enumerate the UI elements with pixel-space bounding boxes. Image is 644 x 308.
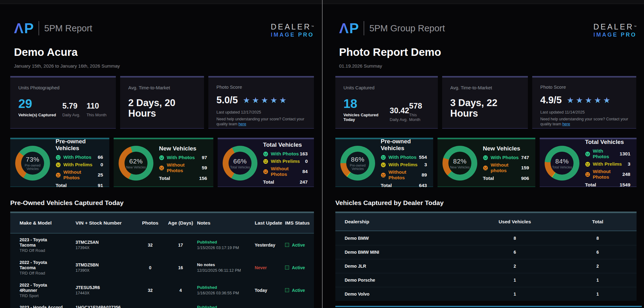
frown-icon [585,172,590,177]
month-label: This Month [409,113,429,122]
brand-imagepro-text: IMAGE PRO [271,32,314,38]
legend-without-photos: Without Photos84 [263,166,308,177]
legend-with-prelims: With Prelims0 [263,158,308,164]
checkbox-icon [285,266,289,270]
new-vehicles-card: 82%New Vehicles New Vehicles With Photos… [438,138,535,187]
page-subtitle: January 15th, 2026 to January 16th, 2026… [14,63,314,69]
units-value: 29 [18,97,56,110]
smile-icon [585,151,590,157]
neutral-face-icon [263,159,268,164]
donut-percent: 86% [351,156,365,163]
header-divider [364,21,364,35]
left-donut-cards: 73%Pre-owned Vehicles Pre-owned Vehicles… [10,138,314,187]
time-to-market-value: 2 Days, 20 Hours [128,98,196,119]
donut-center-label: Pre-owned Vehicles [22,164,43,171]
daily-avg-value: 5.79 [62,101,80,110]
photo-score-card: Photo Score 5.0/5 ★★★★★ Last updated 12/… [208,76,314,129]
time-to-market-value: 3 Days, 22 Hours [450,98,520,119]
trademark-symbol: ™ [634,25,637,28]
new-donut-chart: 82%New Vehicles [442,146,477,181]
total-donut-chart: 84%Total Vehicles [545,146,579,181]
month-label: This Month [87,113,107,117]
frown-icon [263,169,268,174]
right-header: ΛP 5PM Group Report DEALER™ IMAGE PRO [339,21,637,37]
donut-card-title: Total Vehicles [585,139,630,145]
table-row: Demo Porsche 1 1 [335,273,637,287]
card-label: Photo Score [540,84,628,90]
total-donut-chart: 66%Total Vehicles [223,146,257,181]
table-row: 2023 - Toyota TacomaTRD Off Road 3TMCZ5A… [10,234,314,256]
donut-percent: 66% [233,158,247,165]
legend-with-photos: With Photos1301 [585,148,630,159]
ap-logo: ΛP [14,21,34,35]
page-title: Photo Report Demo [339,46,637,58]
page-title: Demo Acura [14,46,314,58]
legend-total: Total156 [159,176,207,181]
page-subtitle: 01.19.2026 Summay [339,63,637,69]
right-donut-cards: 86%Pre-owned Vehicles Pre-owned Vehicles… [335,138,637,187]
legend-total: Total247 [263,179,308,185]
smile-icon [159,155,164,160]
neutral-face-icon [381,162,386,167]
panel-group-report: ΛP 5PM Group Report DEALER™ IMAGE PRO Ph… [323,4,644,308]
brand-imagepro-text: IMAGE PRO [593,32,637,38]
preowned-vehicles-card: 73%Pre-owned Vehicles Pre-owned Vehicles… [10,138,109,187]
score-updated-text: Last updated 11/14/2025 [540,110,628,114]
table-header-row: Dealership Used Vehicles Total [335,213,637,231]
ims-status: Active [285,288,314,293]
daily-avg-label: Daily Avg. [62,113,80,117]
left-stat-cards: Units Photographed 29Vehicle(s) Captured… [10,76,314,129]
card-label: Avg. Time-to-Market [450,85,520,90]
photo-score-value: 5.0/5 [216,95,238,106]
right-table-title: Vehicles Captured by Dealer Today [335,199,637,207]
table-header-row: Make & Model VIN + Stock Number Photos A… [10,213,314,234]
legend-with-photos: With Photos66 [56,154,103,160]
brand-dealer-text: DEALER [593,22,634,31]
legend-with-photos: With Photos97 [159,155,207,160]
donut-card-title: Pre-owned Vehicles [381,138,427,152]
legend-without-photos: Without Photos59 [159,162,207,173]
donut-center-label: Total Vehicles [230,166,250,169]
next-section-strip [335,306,642,307]
donut-percent: 73% [26,156,39,163]
header-divider [39,21,39,35]
new-vehicles-card: 62%New Vehicles New Vehicles With Photos… [114,138,213,187]
time-to-market-card: Avg. Time-to-Market 3 Days, 22 Hours [442,76,528,129]
donut-center-label: New Vehicles [450,166,469,169]
total-vehicles-card: 84%Total Vehicles Total Vehicles With Ph… [540,138,637,187]
donut-card-title: New Vehicles [483,145,529,152]
dealer-image-pro-logo: DEALER™ IMAGE PRO [593,22,637,38]
donut-center-label: Pre-owned Vehicles [347,164,369,171]
score-help-text: Need help understanding your score? Cont… [216,117,306,127]
units-captured-card: Units Captured 18Vehicles Captured Today… [335,76,438,129]
units-value-label: Vehicles Captured Today [343,113,390,122]
smile-icon [381,155,386,160]
time-to-market-card: Avg. Time-to-Market 2 Days, 20 Hours [120,76,204,129]
table-row: Demo JLR 2 2 [335,259,637,273]
frown-icon [56,172,61,178]
neutral-face-icon [585,162,590,167]
panel-divider [322,0,323,308]
checkbox-icon [285,243,289,247]
daily-avg-value: 30.42 [390,106,409,115]
report-type: 5PM Report [44,21,92,35]
right-stat-cards: Units Captured 18Vehicles Captured Today… [335,76,637,129]
legend-total: Total643 [381,183,427,188]
table-row-partial: 2023 - Honda Accord 1HGCY1F24PA027356 Pu… [10,301,314,308]
total-vehicles-card: 66%Total Vehicles Total Vehicles With Ph… [218,138,314,187]
table-row: Demo Volvo 1 1 [335,287,637,301]
new-donut-chart: 62%New Vehicles [119,146,153,181]
donut-card-title: Total Vehicles [263,141,308,148]
legend-with-prelims: With Prelims3 [381,162,427,167]
trademark-symbol: ™ [311,25,314,28]
daily-avg-label: Daily Avg. [390,117,409,122]
quality-team-link[interactable]: here [238,122,246,126]
frown-icon [381,172,386,178]
legend-total: Total1549 [585,182,630,188]
legend-with-prelims: With Prelims3 [585,161,630,167]
quality-team-link[interactable]: here [562,122,570,126]
brand-dealer-text: DEALER [271,22,311,31]
table-row: 2022 - Toyota 4RunnerTRD Sport JTESU5JR6… [10,279,314,301]
legend-with-prelims: With Prelims0 [56,162,103,167]
dealer-captured-table: Dealership Used Vehicles Total Demo BMW … [335,212,637,301]
